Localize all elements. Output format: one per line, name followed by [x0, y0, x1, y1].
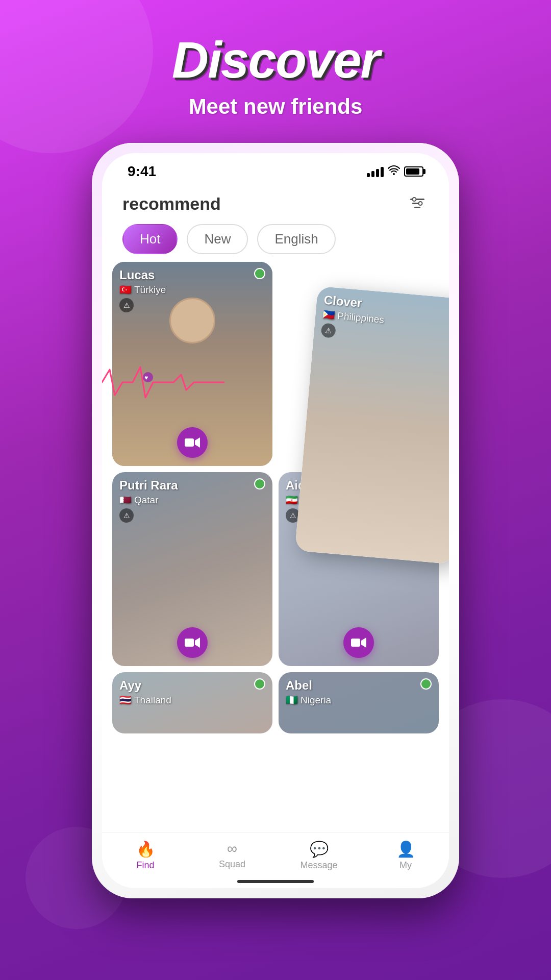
lucas-name: Lucas: [119, 268, 166, 282]
svg-rect-6: [185, 438, 194, 447]
tab-new[interactable]: New: [187, 224, 248, 254]
putri-name: Putri Rara: [119, 478, 178, 493]
main-cards-area: Lucas 🇹🇷 Türkiye ⚠: [102, 262, 449, 466]
putri-location: 🇶🇦 Qatar: [119, 494, 178, 506]
nav-message[interactable]: 💬 Message: [276, 840, 362, 871]
phone-screen: 9:41: [102, 153, 449, 888]
tab-english[interactable]: English: [257, 224, 335, 254]
svg-marker-11: [195, 638, 200, 648]
ayy-info: Ayy 🇹🇭 Thailand: [119, 678, 171, 706]
lucas-info: Lucas 🇹🇷 Türkiye ⚠: [119, 268, 166, 312]
signal-bar-2: [371, 171, 374, 177]
find-icon: 🔥: [136, 840, 155, 858]
svg-rect-3: [414, 207, 420, 208]
find-label: Find: [136, 860, 154, 871]
page-subtitle: Meet new friends: [0, 94, 551, 119]
abel-flag: 🇳🇬: [286, 694, 298, 706]
card-putri[interactable]: Putri Rara 🇶🇦 Qatar ⚠: [112, 472, 272, 666]
svg-point-4: [413, 198, 416, 201]
signal-bar-3: [376, 169, 379, 177]
lucas-location: 🇹🇷 Türkiye: [119, 284, 166, 296]
abel-country: Nigeria: [300, 695, 331, 706]
signal-bar-1: [367, 173, 370, 177]
ayy-online: [254, 678, 265, 690]
signal-bar-4: [381, 167, 384, 177]
card-lucas[interactable]: Lucas 🇹🇷 Türkiye ⚠: [112, 262, 272, 466]
app-content: recommend Hot New E: [102, 185, 449, 884]
clover-verified: ⚠: [321, 323, 336, 338]
page-title: Discover: [0, 31, 551, 89]
filter-tabs: Hot New English: [102, 220, 449, 262]
phone-mockup: 9:41: [92, 143, 459, 898]
svg-marker-13: [361, 638, 366, 648]
svg-rect-10: [185, 639, 194, 647]
aiden-video-btn[interactable]: [343, 627, 374, 658]
wifi-icon: [388, 165, 400, 178]
filter-icon[interactable]: [406, 192, 429, 215]
ayy-country: Thailand: [134, 695, 171, 706]
aiden-flag: 🇮🇷: [286, 494, 298, 506]
nav-my[interactable]: 👤 My: [362, 840, 449, 871]
ayy-location: 🇹🇭 Thailand: [119, 694, 171, 706]
phone-notch: [224, 153, 327, 174]
clover-country: Philippines: [337, 310, 384, 326]
abel-info: Abel 🇳🇬 Nigeria: [286, 678, 331, 706]
svg-point-5: [419, 202, 422, 205]
my-label: My: [399, 860, 412, 871]
abel-online: [420, 678, 432, 690]
status-time: 9:41: [128, 163, 156, 180]
putri-info: Putri Rara 🇶🇦 Qatar ⚠: [119, 478, 178, 523]
lucas-verified: ⚠: [119, 298, 134, 312]
battery-fill: [406, 168, 419, 175]
putri-verified: ⚠: [119, 508, 134, 523]
message-label: Message: [300, 860, 337, 871]
my-icon: 👤: [396, 840, 415, 858]
battery-icon: [404, 166, 423, 177]
top-bar: recommend: [102, 185, 449, 220]
abel-name: Abel: [286, 678, 331, 693]
card-ayy[interactable]: Ayy 🇹🇭 Thailand: [112, 672, 272, 733]
lucas-flag: 🇹🇷: [119, 284, 132, 296]
svg-marker-7: [195, 437, 200, 448]
card-abel[interactable]: Abel 🇳🇬 Nigeria: [279, 672, 439, 733]
lucas-country: Türkiye: [134, 284, 166, 296]
ayy-name: Ayy: [119, 678, 171, 693]
svg-rect-12: [351, 639, 360, 647]
status-icons: [367, 165, 423, 178]
message-icon: 💬: [310, 840, 329, 858]
nav-find[interactable]: 🔥 Find: [102, 840, 189, 871]
squad-label: Squad: [219, 859, 245, 870]
putri-video-btn[interactable]: [177, 627, 208, 658]
tab-hot[interactable]: Hot: [122, 224, 178, 254]
home-indicator: [237, 880, 314, 883]
putri-online: [254, 478, 265, 489]
last-cards-row: Ayy 🇹🇭 Thailand Abel 🇳🇬: [102, 672, 449, 733]
ayy-flag: 🇹🇭: [119, 694, 132, 706]
svg-point-0: [393, 173, 395, 175]
phone-outer-shell: 9:41: [92, 143, 459, 898]
putri-flag: 🇶🇦: [119, 494, 132, 506]
squad-icon: ∞: [227, 841, 237, 857]
abel-location: 🇳🇬 Nigeria: [286, 694, 331, 706]
section-title: recommend: [122, 194, 221, 214]
putri-country: Qatar: [134, 495, 159, 506]
card-clover[interactable]: Clover 🇵🇭 Philippines ⚠: [295, 286, 449, 564]
clover-info: Clover 🇵🇭 Philippines ⚠: [321, 293, 386, 342]
lucas-video-btn[interactable]: [177, 427, 208, 458]
signal-icon: [367, 166, 384, 177]
lucas-head: [169, 298, 215, 344]
clover-flag: 🇵🇭: [322, 309, 335, 322]
lucas-online: [254, 268, 265, 279]
header-section: Discover Meet new friends: [0, 0, 551, 119]
nav-squad[interactable]: ∞ Squad: [189, 841, 276, 870]
bottom-nav: 🔥 Find ∞ Squad 💬 Message 👤 My: [102, 832, 449, 884]
